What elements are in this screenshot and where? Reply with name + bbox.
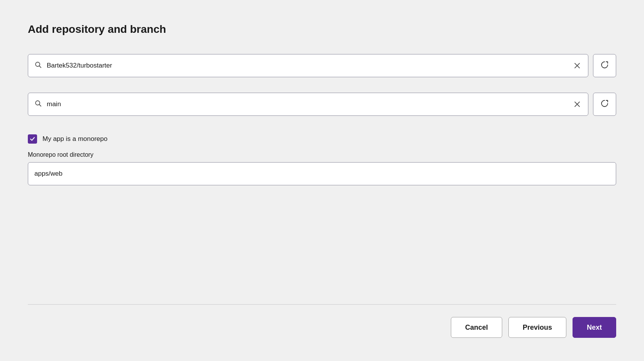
branch-search-wrapper <box>28 93 588 116</box>
branch-search-row <box>28 93 616 116</box>
branch-search-input[interactable] <box>47 100 573 108</box>
branch-refresh-icon <box>600 99 609 110</box>
monorepo-directory-input[interactable] <box>34 170 610 178</box>
repository-search-row <box>28 54 616 77</box>
monorepo-directory-section: Monorepo root directory <box>28 151 616 185</box>
repository-refresh-icon <box>600 61 609 71</box>
monorepo-checkbox-label: My app is a monorepo <box>42 135 107 143</box>
form-area: My app is a monorepo Monorepo root direc… <box>28 54 616 346</box>
footer-divider <box>28 304 616 305</box>
branch-search-icon <box>34 100 42 109</box>
branch-clear-button[interactable] <box>573 100 582 109</box>
cancel-button[interactable]: Cancel <box>451 317 502 338</box>
monorepo-directory-label: Monorepo root directory <box>28 151 616 158</box>
monorepo-checkbox-row: My app is a monorepo <box>28 134 616 144</box>
svg-line-1 <box>39 66 41 68</box>
next-button[interactable]: Next <box>573 317 616 338</box>
repository-search-input[interactable] <box>47 62 573 69</box>
previous-button[interactable]: Previous <box>508 317 566 338</box>
branch-refresh-button[interactable] <box>593 93 616 116</box>
repository-refresh-button[interactable] <box>593 54 616 77</box>
repository-clear-button[interactable] <box>573 61 582 70</box>
svg-line-5 <box>39 104 41 106</box>
repository-search-icon <box>34 61 42 71</box>
page-title: Add repository and branch <box>28 23 616 36</box>
monorepo-checkbox[interactable] <box>28 134 37 144</box>
repository-search-wrapper <box>28 54 588 77</box>
footer-actions: Cancel Previous Next <box>28 317 616 346</box>
monorepo-directory-input-wrapper <box>28 162 616 185</box>
page-container: Add repository and branch <box>0 0 644 361</box>
